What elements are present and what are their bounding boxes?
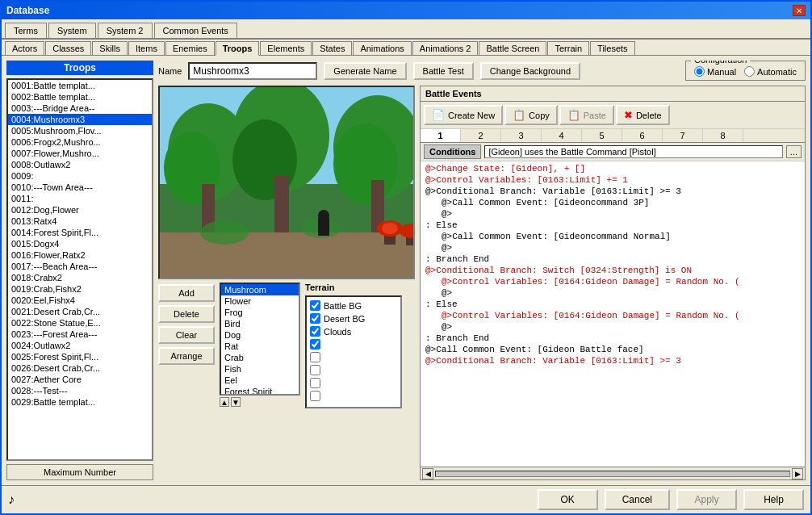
- monster-list-item[interactable]: Flower: [221, 295, 299, 307]
- troops-list-item[interactable]: 0008:Outlawx2: [8, 159, 152, 170]
- tab-battle-screen[interactable]: Battle Screen: [479, 41, 546, 55]
- event-tab-3[interactable]: 3: [501, 129, 542, 142]
- delete-button[interactable]: Delete: [158, 305, 215, 323]
- tab-skills[interactable]: Skills: [92, 41, 128, 55]
- monster-list-item[interactable]: Frog: [221, 307, 299, 318]
- troops-list-item[interactable]: 0028:---Test---: [8, 385, 152, 396]
- troops-list-item[interactable]: 0011:: [8, 193, 152, 204]
- tab-animations2[interactable]: Animations 2: [412, 41, 479, 55]
- terrain-checkbox[interactable]: [310, 313, 320, 324]
- terrain-checkbox[interactable]: [310, 365, 320, 375]
- event-tab-1[interactable]: 1: [421, 129, 461, 142]
- troops-list-item[interactable]: 0012:Dog,Flower: [8, 204, 152, 216]
- troops-list-item[interactable]: 0016:Flower,Ratx2: [8, 249, 152, 261]
- scroll-right-icon[interactable]: ▶: [792, 468, 803, 479]
- config-manual-label[interactable]: Manual: [694, 66, 736, 77]
- tab-actors[interactable]: Actors: [5, 41, 44, 55]
- tab-terms[interactable]: Terms: [5, 23, 47, 38]
- troops-list-item[interactable]: 0017:---Beach Area---: [8, 261, 152, 272]
- event-tab-7[interactable]: 7: [663, 129, 703, 142]
- music-icon[interactable]: ♪: [8, 492, 15, 507]
- add-button[interactable]: Add: [158, 284, 215, 302]
- terrain-checkbox[interactable]: [310, 300, 320, 311]
- troops-list-item[interactable]: 0023:---Forest Area---: [8, 329, 152, 340]
- name-input[interactable]: [188, 62, 317, 80]
- troops-list-item[interactable]: 0007:Flower,Mushro...: [8, 148, 152, 159]
- monster-list-item[interactable]: Forest Spirit: [221, 386, 299, 396]
- troops-list-item[interactable]: 0013:Ratx4: [8, 216, 152, 227]
- generate-name-button[interactable]: Generate Name: [324, 62, 406, 80]
- battle-test-button[interactable]: Battle Test: [413, 62, 474, 80]
- config-automatic-radio[interactable]: [744, 66, 755, 77]
- copy-button[interactable]: 📋 Copy: [504, 105, 558, 125]
- troops-list-item[interactable]: 0021:Desert Crab,Cr...: [8, 306, 152, 317]
- tab-troops[interactable]: Troops: [216, 41, 260, 56]
- tab-enemies[interactable]: Enemies: [165, 41, 215, 55]
- conditions-more-button[interactable]: ...: [786, 145, 802, 158]
- tab-terrain[interactable]: Terrain: [547, 41, 589, 55]
- config-automatic-label[interactable]: Automatic: [744, 66, 797, 77]
- delete-event-button[interactable]: ✖ Delete: [616, 105, 670, 125]
- troops-list-item[interactable]: 0005:Mushroom,Flov...: [8, 125, 152, 136]
- event-tab-2[interactable]: 2: [461, 129, 501, 142]
- help-button[interactable]: Help: [743, 489, 804, 510]
- event-tab-4[interactable]: 4: [542, 129, 582, 142]
- event-tab-6[interactable]: 6: [622, 129, 663, 142]
- scroll-down-icon[interactable]: ▼: [231, 397, 241, 407]
- troops-list-item[interactable]: 0022:Stone Statue,E...: [8, 317, 152, 329]
- terrain-checkbox[interactable]: [310, 326, 320, 337]
- troops-list-item[interactable]: 0010:---Town Area---: [8, 182, 152, 193]
- tab-common-events[interactable]: Common Events: [154, 23, 237, 38]
- close-button[interactable]: ✕: [793, 5, 806, 16]
- troops-list-item[interactable]: 0004:Mushroomx3: [8, 114, 152, 125]
- event-tab-5[interactable]: 5: [582, 129, 622, 142]
- tab-tilesets[interactable]: Tilesets: [590, 41, 635, 55]
- troops-list[interactable]: 0001:Battle templat...0002:Battle templa…: [6, 78, 153, 461]
- change-background-button[interactable]: Change Background: [480, 62, 580, 80]
- event-list[interactable]: @>Change State: [Gideon], + []@>Control …: [421, 161, 805, 467]
- troops-list-item[interactable]: 0020:Eel,Fishx4: [8, 295, 152, 306]
- create-new-button[interactable]: 📄 Create New: [424, 105, 503, 125]
- troops-list-item[interactable]: 0002:Battle templat...: [8, 91, 152, 103]
- terrain-checkbox[interactable]: [310, 339, 320, 350]
- scroll-up-icon[interactable]: ▲: [220, 397, 229, 407]
- troops-list-item[interactable]: 0003:---Bridge Area--: [8, 103, 152, 114]
- monster-list-item[interactable]: Fish: [221, 363, 299, 375]
- terrain-checkbox[interactable]: [310, 391, 320, 401]
- ok-button[interactable]: OK: [538, 489, 598, 510]
- monster-list-item[interactable]: Bird: [221, 318, 299, 329]
- troops-list-item[interactable]: 0009:: [8, 170, 152, 182]
- terrain-checkbox[interactable]: [310, 378, 320, 388]
- terrain-checklist[interactable]: Battle BGDesert BGClouds: [305, 295, 402, 408]
- tab-elements[interactable]: Elements: [260, 41, 312, 55]
- max-number-button[interactable]: Maximum Number: [6, 464, 153, 480]
- troops-list-item[interactable]: 0024:Outlawx2: [8, 340, 152, 351]
- tab-system2[interactable]: System 2: [98, 23, 153, 38]
- tab-system[interactable]: System: [48, 23, 96, 38]
- troops-list-item[interactable]: 0025:Forest Spirit,Fl...: [8, 351, 152, 362]
- troops-list-item[interactable]: 0018:Crabx2: [8, 272, 152, 283]
- paste-button[interactable]: 📋 Paste: [559, 105, 614, 125]
- tab-animations[interactable]: Animations: [353, 41, 411, 55]
- monster-list-item[interactable]: Mushroom: [221, 284, 299, 295]
- horizontal-scrollbar[interactable]: ◀ ▶: [421, 467, 805, 479]
- clear-button[interactable]: Clear: [158, 326, 215, 344]
- monster-list[interactable]: MushroomFlowerFrogBirdDogRatCrabFishEelF…: [220, 283, 300, 396]
- troops-list-item[interactable]: 0019:Crab,Fishx2: [8, 283, 152, 295]
- troops-list-item[interactable]: 0027:Aether Core: [8, 374, 152, 385]
- troops-list-item[interactable]: 0014:Forest Spirit,Fl...: [8, 227, 152, 238]
- troops-list-item[interactable]: 0029:Battle templat...: [8, 396, 152, 408]
- scroll-left-icon[interactable]: ◀: [422, 468, 433, 479]
- troops-list-item[interactable]: 0006:Frogx2,Mushro...: [8, 136, 152, 148]
- troops-list-item[interactable]: 0026:Desert Crab,Cr...: [8, 362, 152, 374]
- monster-list-item[interactable]: Dog: [221, 329, 299, 341]
- event-tab-8[interactable]: 8: [703, 129, 743, 142]
- tab-states[interactable]: States: [312, 41, 352, 55]
- cancel-button[interactable]: Cancel: [605, 489, 670, 510]
- troops-list-item[interactable]: 0015:Dogx4: [8, 238, 152, 249]
- tab-classes[interactable]: Classes: [45, 41, 91, 55]
- tab-items[interactable]: Items: [128, 41, 165, 55]
- apply-button[interactable]: Apply: [676, 489, 737, 510]
- monster-list-item[interactable]: Crab: [221, 352, 299, 363]
- monster-list-item[interactable]: Eel: [221, 375, 299, 386]
